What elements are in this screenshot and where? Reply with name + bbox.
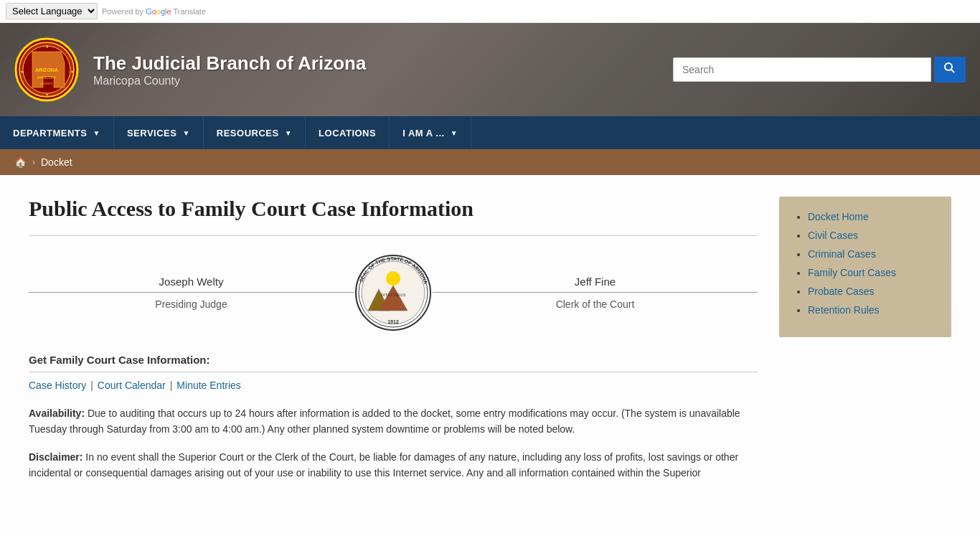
top-bar: Select Language Powered by Google Transl… [0, 0, 980, 23]
list-item: Probate Cases [808, 286, 937, 297]
site-subtitle: Maricopa County [93, 75, 673, 88]
case-history-link[interactable]: Case History [29, 380, 86, 391]
list-item: Retention Rules [808, 304, 937, 316]
disclaimer-bold: Disclaimer: [29, 451, 83, 463]
svg-text:★: ★ [45, 44, 49, 49]
case-links: Case History|Court Calendar|Minute Entri… [29, 380, 758, 391]
search-area [673, 57, 966, 83]
list-item: Family Court Cases [808, 267, 937, 278]
availability-bold: Availability: [29, 408, 85, 419]
powered-by-text: Powered by Google Translate [102, 7, 206, 16]
search-input[interactable] [673, 57, 931, 82]
clerk-of-court: Jeff Fine Clerk of the Court [433, 276, 758, 310]
list-item: Civil Cases [808, 230, 937, 241]
site-title: The Judicial Branch of Arizona Maricopa … [93, 52, 673, 88]
svg-text:COUNTY: COUNTY [41, 82, 53, 85]
sidebar-link-retention-rules[interactable]: Retention Rules [808, 304, 880, 316]
clerk-title: Clerk of the Court [433, 298, 758, 310]
chevron-down-icon: ▼ [182, 129, 189, 137]
sidebar-link-family-court[interactable]: Family Court Cases [808, 267, 896, 278]
nav-item-resources[interactable]: RESOURCES ▼ [204, 116, 306, 149]
judge-title: Presiding Judge [29, 298, 354, 310]
chevron-down-icon: ▼ [451, 129, 458, 137]
minute-entries-link[interactable]: Minute Entries [176, 380, 240, 391]
nav-item-departments[interactable]: DEPARTMENTS ▼ [0, 116, 114, 149]
chevron-down-icon: ▼ [285, 129, 292, 137]
nav-item-services[interactable]: SERVICES ▼ [114, 116, 204, 149]
sidebar: Docket Home Civil Cases Criminal Cases F… [779, 197, 951, 512]
nav-item-i-am-a[interactable]: I AM A ... ▼ [390, 116, 471, 149]
case-info-heading: Get Family Court Case Information: [29, 354, 758, 372]
svg-text:1912: 1912 [387, 319, 399, 324]
site-logo: ARIZONA MARICOPA COUNTY ★ ★ ★ ★ [14, 37, 79, 102]
title-divider [29, 235, 758, 236]
breadcrumb-current: Docket [41, 156, 72, 168]
language-select[interactable]: Select Language [6, 3, 98, 19]
svg-text:★: ★ [70, 70, 74, 74]
svg-text:★: ★ [20, 70, 24, 74]
sidebar-box: Docket Home Civil Cases Criminal Cases F… [779, 197, 951, 337]
svg-text:DITAT DEUS: DITAT DEUS [381, 293, 406, 297]
sidebar-links: Docket Home Civil Cases Criminal Cases F… [793, 211, 937, 316]
sidebar-link-probate-cases[interactable]: Probate Cases [808, 286, 875, 297]
court-calendar-link[interactable]: Court Calendar [98, 380, 166, 391]
judge-name: Joseph Welty [29, 276, 354, 293]
officials-section: Joseph Welty Presiding Judge [29, 253, 758, 332]
clerk-name: Jeff Fine [433, 276, 758, 293]
state-seal: SEAL OF THE STATE OF ARIZONA 1912 DITAT … [354, 253, 433, 332]
presiding-judge: Joseph Welty Presiding Judge [29, 276, 354, 310]
svg-point-11 [945, 63, 952, 70]
page-title: Public Access to Family Court Case Infor… [29, 197, 758, 221]
svg-line-12 [951, 70, 954, 72]
svg-text:ARIZONA: ARIZONA [35, 67, 58, 72]
sidebar-link-civil-cases[interactable]: Civil Cases [808, 230, 858, 241]
breadcrumb: 🏠 › Docket [0, 149, 980, 175]
chevron-down-icon: ▼ [93, 129, 100, 137]
breadcrumb-separator: › [32, 157, 35, 167]
svg-text:MARICOPA: MARICOPA [37, 75, 57, 80]
home-icon[interactable]: 🏠 [14, 156, 27, 168]
list-item: Docket Home [808, 211, 937, 222]
main-content: Public Access to Family Court Case Infor… [0, 175, 980, 534]
disclaimer-text: Disclaimer: In no event shall the Superi… [29, 449, 758, 481]
site-name: The Judicial Branch of Arizona [93, 52, 673, 75]
search-button[interactable] [934, 57, 966, 83]
list-item: Criminal Cases [808, 248, 937, 260]
availability-text: Availability: Due to auditing that occur… [29, 405, 758, 438]
sidebar-link-docket-home[interactable]: Docket Home [808, 211, 869, 222]
svg-point-18 [386, 271, 400, 286]
main-nav: DEPARTMENTS ▼ SERVICES ▼ RESOURCES ▼ LOC… [0, 116, 980, 149]
sidebar-link-criminal-cases[interactable]: Criminal Cases [808, 248, 876, 260]
content-area: Public Access to Family Court Case Infor… [29, 197, 758, 512]
header: ARIZONA MARICOPA COUNTY ★ ★ ★ ★ The Judi… [0, 23, 980, 116]
svg-text:★: ★ [45, 93, 49, 97]
nav-item-locations[interactable]: LOCATIONS [306, 116, 390, 149]
